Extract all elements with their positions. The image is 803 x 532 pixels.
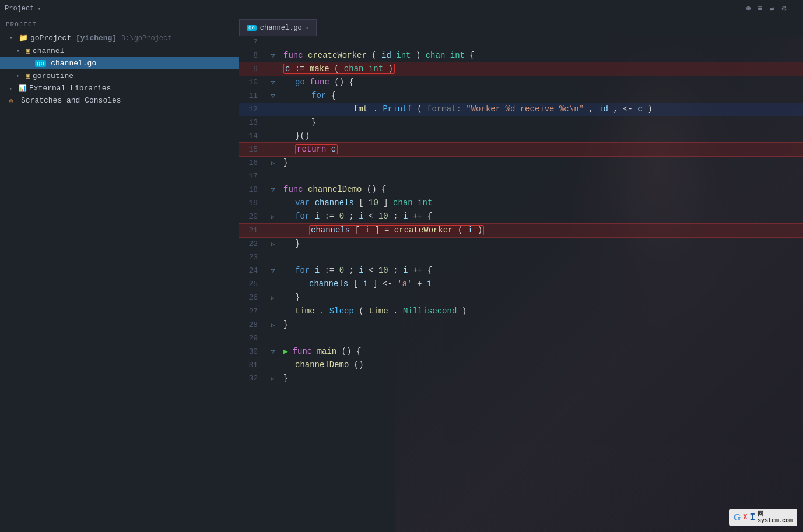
project-label: Project (5, 5, 34, 13)
sidebar-item-scratches[interactable]: ◎ Scratches and Consoles (0, 94, 239, 107)
watermark-text: 网 system.com (758, 511, 793, 524)
code-line-28: 28 ▷ } (239, 318, 803, 332)
tree-item-label: goroutine (33, 72, 73, 80)
sidebar-header: Project (0, 17, 239, 31)
code-line-13: 13 } (239, 116, 803, 129)
sidebar-title: Project (6, 21, 37, 28)
code-line-25: 25 channels [ i ] <- 'a' + i (239, 277, 803, 291)
folder-icon: 📁 (19, 33, 28, 43)
code-line-9: 9 c := make ( chan int ) (239, 62, 803, 76)
chevron-down-icon: ▾ (16, 47, 23, 54)
code-line-20: 20 ▷ for i := 0 ; i < 10 ; (239, 210, 803, 224)
title-bar: Project ▾ ⊕ ≡ ⇌ ⚙ — (0, 0, 803, 17)
minimize-icon[interactable]: — (794, 4, 798, 13)
code-line-16: 16 ▷ } (239, 156, 803, 170)
code-line-30: 30 ▽ ▶ func main () { (239, 345, 803, 358)
sidebar: Project ▾ 📁 goProject [yicheng] D:\goPro… (0, 17, 239, 532)
tab-close-icon[interactable]: ✕ (306, 24, 309, 31)
tree-item-label: Scratches and Consoles (21, 96, 121, 105)
add-icon[interactable]: ⊕ (746, 3, 751, 13)
code-line-23: 23 (239, 251, 803, 264)
chevron-right-icon: ▸ (16, 72, 23, 79)
code-line-7: 7 (239, 36, 803, 49)
tab-bar: go channel.go ✕ (239, 17, 803, 36)
code-line-27: 27 time . Sleep ( time . Millisecond ) (239, 305, 803, 318)
code-line-11: 11 ▽ for { (239, 89, 803, 103)
watermark-logo-g: G (734, 512, 741, 523)
chevron-right-icon: ▸ (9, 85, 16, 92)
sidebar-item-channel-go[interactable]: go channel.go (0, 57, 239, 69)
list-icon[interactable]: ≡ (758, 4, 762, 13)
sidebar-item-goproject[interactable]: ▾ 📁 goProject [yicheng] D:\goProject (0, 31, 239, 44)
scratch-icon: ◎ (9, 97, 16, 104)
code-line-24: 24 ▽ for i := 0 ; i < 10 ; (239, 264, 803, 277)
title-bar-left: Project ▾ (5, 5, 41, 13)
watermark: G X I 网 system.com (729, 509, 797, 526)
main-layout: Project ▾ 📁 goProject [yicheng] D:\goPro… (0, 17, 803, 532)
code-line-18: 18 ▽ func channelDemo () { (239, 183, 803, 196)
chevron-down-icon: ▾ (37, 5, 41, 12)
chevron-down-icon: ▾ (9, 34, 16, 41)
code-line-19: 19 var channels [ 10 ] chan int (239, 196, 803, 210)
tree-item-label: goProject [yicheng] D:\goProject (30, 34, 171, 43)
sidebar-item-channel-folder[interactable]: ▾ ▣ channel (0, 44, 239, 57)
watermark-logo-xi: X (743, 513, 747, 522)
code-area: 7 8 ▽ func createWorker ( id in (239, 36, 803, 532)
editor-panel: go channel.go ✕ 7 8 ▽ fu (239, 17, 803, 532)
sidebar-item-goroutine[interactable]: ▸ ▣ goroutine (0, 69, 239, 82)
code-line-26: 26 ▷ } (239, 291, 803, 305)
tree-item-label: channel (33, 47, 65, 55)
sidebar-item-external-libs[interactable]: ▸ 📊 External Libraries (0, 82, 239, 94)
folder-icon: ▣ (26, 46, 30, 55)
code-line-17: 17 (239, 170, 803, 183)
code-line-21: 21 channels [ i ] = createWorker ( i ) (239, 224, 803, 237)
code-line-29: 29 (239, 332, 803, 345)
code-line-8: 8 ▽ func createWorker ( id int ) chan in (239, 49, 803, 62)
title-bar-icons: ⊕ ≡ ⇌ ⚙ — (746, 3, 798, 13)
folder-icon: ▣ (26, 71, 30, 80)
tree-item-label: External Libraries (29, 84, 111, 93)
run-icon[interactable]: ▶ (283, 347, 293, 356)
go-file-icon: go (35, 60, 46, 67)
library-icon: 📊 (19, 84, 27, 92)
watermark-logo-i: I (749, 512, 755, 523)
code-line-12: 12 fmt . Printf ( format: "Worker %d rec… (239, 103, 803, 116)
code-line-31: 31 channelDemo () (239, 358, 803, 372)
tab-filename: channel.go (260, 24, 302, 32)
tab-file-type-icon: go (247, 25, 257, 31)
tree-item-label: channel.go (51, 59, 96, 68)
tab-channel-go[interactable]: go channel.go ✕ (239, 19, 317, 36)
code-line-14: 14 }() (239, 129, 803, 143)
code-line-10: 10 ▽ go func () { (239, 76, 803, 89)
code-container[interactable]: 7 8 ▽ func createWorker ( id in (239, 36, 803, 532)
code-line-22: 22 ▷ } (239, 237, 803, 251)
gear-icon[interactable]: ⚙ (781, 3, 786, 13)
code-line-15: 15 return c (239, 143, 803, 156)
code-line-32: 32 ▷ } (239, 372, 803, 386)
split-icon[interactable]: ⇌ (770, 3, 774, 13)
